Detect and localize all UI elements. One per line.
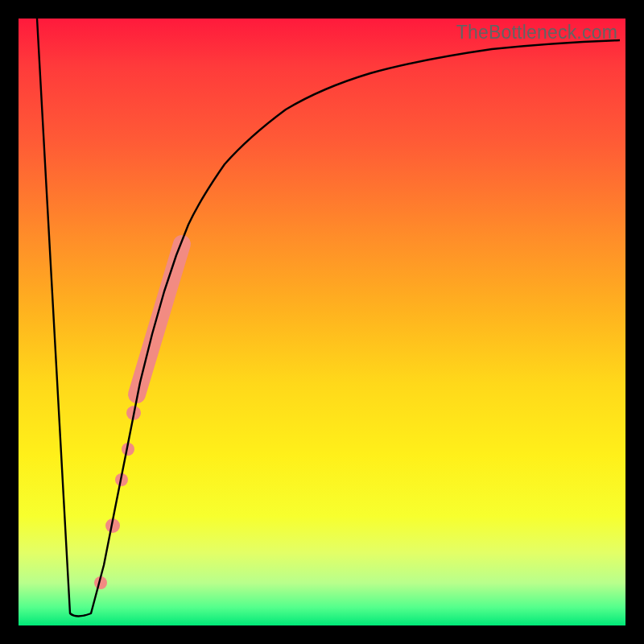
- plot-area: TheBottleneck.com: [19, 19, 625, 625]
- bottleneck-curve: [37, 19, 620, 617]
- curve-layer: [19, 19, 625, 625]
- chart-frame: TheBottleneck.com: [0, 0, 644, 644]
- watermark-text: TheBottleneck.com: [456, 22, 617, 43]
